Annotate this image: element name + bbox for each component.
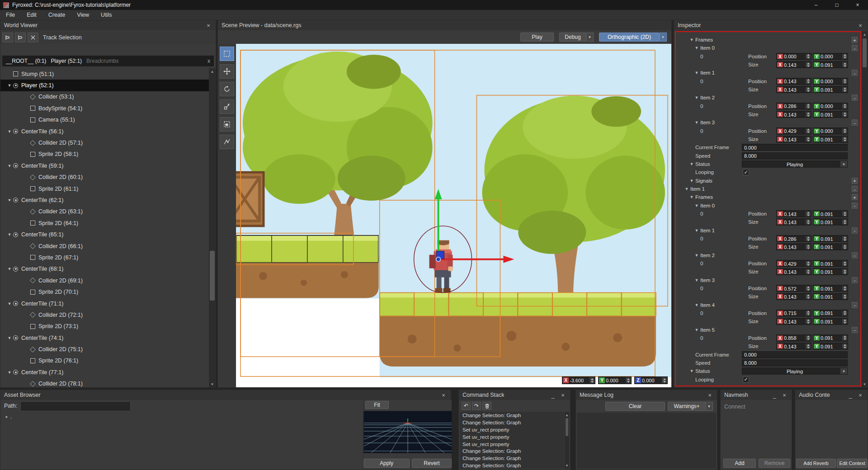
tree-item-collider-53-1[interactable]: Collider (53:1) xyxy=(0,91,209,103)
size-y-field[interactable]: Y0.091 xyxy=(813,136,848,143)
position-y-field[interactable]: Y0.000 xyxy=(813,53,848,60)
breadcrumb-current[interactable]: Player (52:1) xyxy=(51,58,82,64)
speed-field[interactable]: 8.000 xyxy=(742,152,848,159)
command-stack-item[interactable]: Change Selection: Graph xyxy=(460,412,564,419)
status-dropdown[interactable]: Playing▼ xyxy=(742,161,848,168)
stepper[interactable] xyxy=(806,220,811,225)
tree-item-collider-2d-63-1[interactable]: Collider 2D (63:1) xyxy=(0,206,209,217)
command-stack-item[interactable]: Change Selection: Graph xyxy=(460,447,564,455)
tree-item-sprite-2d-67-1[interactable]: Sprite 2D (67:1) xyxy=(0,252,209,263)
tree-item-collider-2d-60-1[interactable]: Collider 2D (60:1) xyxy=(0,172,209,183)
position-x-field[interactable]: X0.572 xyxy=(776,285,811,292)
inspector-minus-button[interactable]: - xyxy=(852,70,858,76)
tree-item-player-52-1[interactable]: ▼Player (52:1) xyxy=(0,80,209,91)
inspector-frame-item-4[interactable]: ▼Item 4- xyxy=(677,301,859,309)
scrollbar-thumb[interactable] xyxy=(566,418,568,436)
expander-icon[interactable]: ▼ xyxy=(6,336,13,340)
command-stack-item[interactable]: Change Selection: Graph xyxy=(460,455,564,462)
stepper[interactable] xyxy=(806,261,811,266)
command-stack-close-icon[interactable]: × xyxy=(559,391,566,399)
move-tool-button[interactable] xyxy=(220,64,234,79)
inspector-frame-item-3[interactable]: ▼Item 3- xyxy=(677,118,859,127)
stepper[interactable] xyxy=(842,212,847,216)
expander-icon[interactable]: ▼ xyxy=(693,46,700,50)
position-x-field[interactable]: X0.858 xyxy=(776,334,811,341)
stepper[interactable] xyxy=(842,335,847,340)
expander-icon[interactable]: ▼ xyxy=(6,301,13,306)
size-y-field[interactable]: Y0.091 xyxy=(813,111,848,118)
stepper[interactable] xyxy=(590,377,594,383)
tree-item-collider-2d-75-1[interactable]: Collider 2D (75:1) xyxy=(0,343,209,355)
position-x-field[interactable]: X0.429 xyxy=(776,260,811,267)
tree-item-centertile-74-1[interactable]: ▼CenterTile (74:1) xyxy=(0,332,209,343)
command-stack-item[interactable]: Set uv_rect property xyxy=(460,441,564,448)
size-x-field[interactable]: X0.143 xyxy=(776,86,811,93)
revert-button[interactable]: Revert xyxy=(412,459,452,468)
navmesh-remove-button[interactable]: Remove xyxy=(759,459,790,468)
size-x-field[interactable]: X0.143 xyxy=(776,244,811,250)
audio-context-minimize-icon[interactable]: _ xyxy=(847,391,854,399)
stepper[interactable] xyxy=(842,261,847,266)
scale-tool-button[interactable] xyxy=(220,99,234,114)
stepper[interactable] xyxy=(806,310,811,315)
size-x-field[interactable]: X0.143 xyxy=(776,318,811,325)
tree-item-sprite-2d-76-1[interactable]: Sprite 2D (76:1) xyxy=(0,355,209,367)
stepper[interactable] xyxy=(842,103,847,108)
track-selection-label[interactable]: Track Selection xyxy=(43,34,82,41)
stepper[interactable] xyxy=(806,79,811,84)
tree-item-sprite-2d-61-1[interactable]: Sprite 2D (61:1) xyxy=(0,183,209,194)
position-y-field[interactable]: Y0.000 xyxy=(813,103,848,109)
inspector-group-frames[interactable]: ▼Frames+ xyxy=(677,36,859,44)
inspector-minus-button[interactable]: - xyxy=(852,277,858,283)
scrollbar-thumb[interactable] xyxy=(863,38,867,67)
expander-icon[interactable]: ▼ xyxy=(683,187,690,191)
expander-icon[interactable]: ▼ xyxy=(6,164,13,168)
audio-context-close-icon[interactable]: × xyxy=(857,391,864,399)
stepper[interactable] xyxy=(806,137,811,142)
tree-item-collider-2d-69-1[interactable]: Collider 2D (69:1) xyxy=(0,275,209,286)
position-x-field[interactable]: X0.286 xyxy=(776,235,811,242)
looping-checkbox[interactable]: ✓ xyxy=(743,376,749,383)
navmesh-add-button[interactable]: Add xyxy=(723,459,756,468)
scroll-down-icon[interactable]: ▼ xyxy=(862,381,868,387)
inspector-minus-button[interactable]: - xyxy=(852,252,858,258)
command-stack-item[interactable]: Change Selection: Graph xyxy=(460,419,564,426)
tree-item-centertile-59-1[interactable]: ▼CenterTile (59:1) xyxy=(0,160,209,171)
size-y-field[interactable]: Y0.091 xyxy=(813,318,848,325)
menu-item-utils[interactable]: Utils xyxy=(95,10,118,20)
inspector-plus-button[interactable]: + xyxy=(852,178,858,183)
asset-browser-close-icon[interactable]: × xyxy=(440,391,447,399)
expander-icon[interactable]: ▸ xyxy=(3,414,10,419)
minimize-button[interactable]: – xyxy=(806,0,826,10)
stepper[interactable] xyxy=(806,87,811,92)
inspector-minus-button[interactable]: - xyxy=(852,227,858,233)
stepper[interactable] xyxy=(806,269,811,274)
coordinate-x-field[interactable]: X -3.600 xyxy=(562,376,595,384)
debug-button[interactable]: Debug xyxy=(559,33,586,42)
inspector-minus-button[interactable]: - xyxy=(852,45,858,51)
size-y-field[interactable]: Y0.091 xyxy=(813,268,848,275)
stepper[interactable] xyxy=(806,294,811,299)
navmesh-minimize-icon[interactable]: _ xyxy=(771,391,778,399)
position-y-field[interactable]: Y0.091 xyxy=(813,211,848,217)
select-tool-button[interactable] xyxy=(220,47,234,61)
expander-icon[interactable]: ▼ xyxy=(693,95,700,100)
inspector-group-frames[interactable]: ▼Frames+ xyxy=(677,193,859,201)
camera-mode-button[interactable]: Orthographic (2D) xyxy=(599,33,660,42)
size-x-field[interactable]: X0.143 xyxy=(776,219,811,226)
expander-icon[interactable]: ▼ xyxy=(688,38,695,42)
size-y-field[interactable]: Y0.091 xyxy=(813,293,848,300)
inspector-minus-button[interactable]: - xyxy=(852,186,858,192)
current-frame-field[interactable]: 0.000 xyxy=(742,351,848,358)
expander-icon[interactable]: ▼ xyxy=(693,303,700,307)
expand-all-button[interactable] xyxy=(15,33,26,42)
clear-stack-button[interactable] xyxy=(482,402,491,410)
locate-selection-button[interactable] xyxy=(28,33,38,42)
log-filter-dropdown-icon[interactable]: ▼ xyxy=(706,402,713,411)
command-stack-minimize-icon[interactable]: _ xyxy=(549,391,557,399)
stepper[interactable] xyxy=(842,112,847,117)
tree-item-collider-2d-57-1[interactable]: Collider 2D (57:1) xyxy=(0,137,209,148)
stepper[interactable] xyxy=(842,286,847,291)
position-x-field[interactable]: X0.715 xyxy=(776,310,811,316)
tree-item-centertile-71-1[interactable]: ▼CenterTile (71:1) xyxy=(0,298,209,309)
